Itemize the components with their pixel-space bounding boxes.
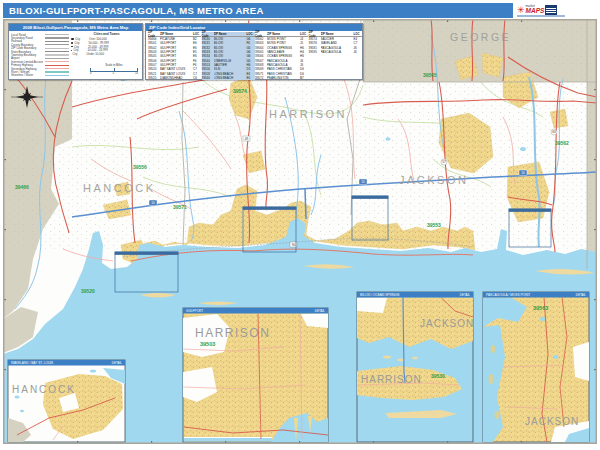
inset-county-label: HANCOCK [12,384,76,395]
inset-hancock: HANCOCK WAVELAND / BAY ST. LOUIS DETAIL [8,360,125,442]
logo-box-icon [545,5,557,15]
zip-index-panel: ZIP Code Index/Grid Locator ZIP Code ZIP… [145,23,363,80]
inset-title-right: DETAIL [112,361,123,365]
legend-item-swatch [45,71,69,72]
inset-zip-label: 39503 [200,341,215,347]
map-sheet: 10 10 10 49 90 57 63 GEORGE HANCOCK HARR… [0,0,600,450]
col-header-loc: LOC [354,32,362,36]
logo-tagline-bar [517,15,565,17]
inset-title: WAVELAND / BAY ST. LOUIS [11,361,53,365]
scale-tick: 0 [90,72,91,75]
zip-label: 39553 [427,222,441,228]
col-header-loc: LOC [193,32,201,36]
city-dot-icon [71,50,72,51]
legend-city-classes: City Over 100,000 City 50,000 - 99,999 C… [71,37,109,56]
zip-label: 39466 [15,184,29,190]
legend-item-label: Shoreline / Water [11,73,43,77]
legend-item: Shoreline / Water [11,74,69,77]
inset-biloxi: JACKSON HARRISON 39530 BILOXI / OCEAN SP… [357,292,474,442]
col-header-loc: LOC [300,32,308,36]
brand-logo: ✳ market MAPS [517,2,565,18]
zip-column-group: ZIP Code ZIP Name LOC 39530 BILOXI G6 [202,32,255,80]
inset-title-right: DETAIL [576,293,587,297]
legend-item-swatch [45,34,69,35]
shield-i10-label: 10 [151,201,155,205]
inset-county-label: JACKSON [525,416,579,427]
shield-i10-label: 10 [361,180,365,184]
legend-item-swatch [45,44,69,45]
zip-loc: E6 [247,76,255,80]
legend-item-swatch [45,68,69,69]
legend-item-swatch [45,48,69,49]
shield-us90-label: 90 [292,243,296,247]
city-dot-icon [71,42,73,44]
legend-item-swatch [45,65,69,66]
zip-code: 39572 [255,76,267,80]
legend-item-swatch [45,37,69,38]
scale-bar-line [90,68,138,72]
shield-ms57-label: 57 [442,160,446,164]
legend-item-swatch [45,41,69,42]
zip-label: 39565 [423,72,437,78]
zip-code: 39595 [309,50,321,54]
inset-title-right: DETAIL [460,293,471,297]
inset-zip-label: 39530 [431,373,445,379]
legend-body: Local Road Secondary Road Railroad [9,31,142,79]
zip-code: 39525 [148,76,160,80]
zip-index-body: ZIP Code ZIP Name LOC 39466 PICAYUNE B2 [146,31,362,81]
inset-county-label: JACKSON [420,318,474,329]
shield-i10-label: 10 [521,171,525,175]
zip-column-group: ZIP Code ZIP Name LOC 39466 PICAYUNE B2 [148,32,201,80]
zip-row: 39525 DIAMONDHEAD C6 [148,76,201,80]
logo-star-icon: ✳ [517,6,525,15]
zip-name: PASCAGOULA [321,50,354,54]
city-class-label: City [73,52,87,56]
county-label-jackson: JACKSON [399,174,468,186]
shield-ms63-label: 63 [552,130,556,134]
logo-text-main: MAPS [526,8,545,15]
map-frame: 10 10 10 49 90 57 63 GEORGE HANCOCK HARR… [3,19,597,444]
population-range-label: Under 10,000 [87,52,105,56]
legend-header: 2008 Biloxi-Gulfport-Pascagoula, MS Metr… [9,24,142,31]
title-bar: BILOXI-GULFPORT-PASCAGOULA, MS METRO ARE… [3,3,513,18]
zip-loc: B7 [300,76,308,80]
inset-pascagoula: 39563 JACKSON PASCAGOULA / MOSS POINT DE… [483,292,589,442]
col-header-name: ZIP Name [321,32,354,36]
legend-columns-title: Cities and Towns [71,32,142,36]
legend-item-swatch [45,54,69,55]
zip-index-header: ZIP Code Index/Grid Locator [146,24,362,31]
city-dot-icon [71,38,74,41]
zip-loc: J6 [354,50,362,54]
col-header-name: ZIP Name [160,32,193,36]
scale-bar: Scale in Miles 0 5 10 [90,63,138,75]
shield-us49-label: 49 [245,137,249,141]
scale-tick: 10 [135,72,138,75]
legend-item-swatch [45,58,69,59]
zip-column-group: ZIP Code ZIP Name LOC 39562 MOSS POINT J… [255,32,308,80]
zip-row: 39560 LONG BEACH E6 [202,76,255,80]
zip-label: 39556 [133,164,147,170]
zip-column-group: ZIP Code ZIP Name LOC 39574 SAUCIER E4 [309,32,362,80]
metro-map: 10 10 10 49 90 57 63 GEORGE HANCOCK HARR… [3,19,597,444]
inset-gulfport: HARRISON 39503 GULFPORT DETAIL [183,308,328,442]
zip-row: 39572 PEARLINGTON B7 [255,76,308,80]
legend-panel: 2008 Biloxi-Gulfport-Pascagoula, MS Metr… [8,23,143,80]
zip-loc: C6 [193,76,201,80]
inset-title-right: DETAIL [315,309,326,313]
county-label-harrison: HARRISON [269,108,347,120]
zip-row: 39595 PASCAGOULA J6 [309,50,362,54]
page-title: BILOXI-GULFPORT-PASCAGOULA, MS METRO ARE… [9,5,264,16]
legend-item-swatch [45,51,69,52]
scale-tick: 5 [113,72,114,75]
city-class-row: City Under 10,000 [71,52,109,56]
col-header-name: ZIP Name [267,32,300,36]
zip-label: 39520 [81,288,95,294]
zip-label: 39562 [555,140,569,146]
inset-county-label: HARRISON [195,326,270,340]
county-label-hancock: HANCOCK [83,182,156,194]
inset-title: GULFPORT [186,309,203,313]
inset-county-label: HARRISON [361,374,422,385]
inset-zip-label: 39563 [533,305,548,311]
zip-name: DIAMONDHEAD [160,76,193,80]
zip-code: 39560 [202,76,214,80]
